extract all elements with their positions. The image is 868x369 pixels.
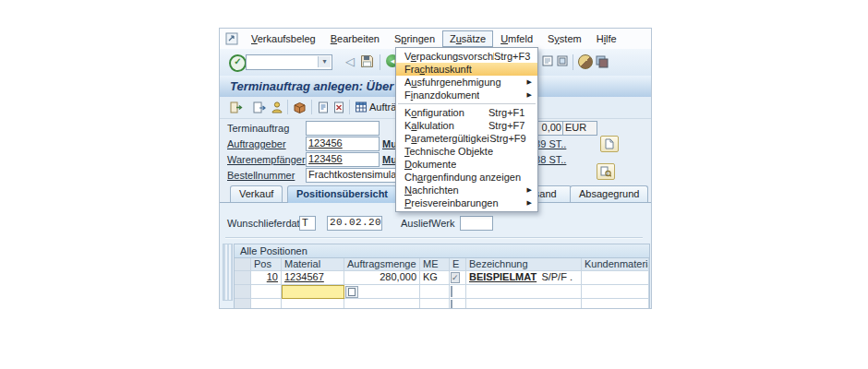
menu-hilfe[interactable]: Hilfe [589,30,624,47]
menu-item-konfiguration[interactable]: Konfiguration Strg+F1 [396,106,537,119]
layout-icon[interactable] [595,54,609,68]
ausliefwerk-label: AusliefWerk [401,218,454,229]
wunschlieferdat-type-field[interactable]: T [299,216,316,231]
chevron-down-icon[interactable]: ▾ [318,56,331,67]
tab-content: Wunschlieferdat T 20.02.2014 AusliefWerk… [220,202,651,309]
cell-material[interactable]: 1234567 [282,271,344,285]
wunschlieferdat-date-field[interactable]: 20.02.2014 [327,216,382,231]
person-icon[interactable] [271,101,283,114]
shortcut: Strg+F1 [488,107,532,118]
cell-bezeichnung[interactable] [466,285,582,299]
enter-icon[interactable]: ✓ [229,54,247,72]
col-pos[interactable]: Pos [251,258,282,271]
tab-verkauf[interactable]: Verkauf [230,185,283,202]
col-kundenmaterial[interactable]: Kundenmaterialnum [582,258,649,271]
cell-material[interactable] [282,299,344,309]
col-bezeichnung[interactable]: Bezeichnung [466,258,582,271]
menu-item-kalkulation[interactable]: Kalkulation Strg+F7 [396,119,537,132]
positions-title: Alle Positionen [235,244,649,258]
menu-item-finanzdokument[interactable]: Finanzdokument ▶ [396,89,537,101]
orders-grid-icon[interactable] [355,101,368,113]
cell-menge[interactable] [344,299,420,309]
cell-kundenmaterial[interactable] [582,271,649,285]
toolbar-separator [311,100,312,114]
cell-menge[interactable] [344,285,420,299]
col-auftragsmenge[interactable]: Auftragsmenge [344,258,420,271]
print-icon[interactable] [541,54,554,67]
cell-bezeichnung[interactable] [466,299,582,309]
menu-item-preisvereinbarungen[interactable]: Preisvereinbarungen ▶ [396,196,537,209]
positions-section: Alle Positionen Pos Material Auftragsmen… [234,244,650,309]
create-document-icon[interactable] [600,136,619,152]
menu-item-verpackungsvorschlag[interactable]: Verpackungsvorschlag Strg+F3 [396,50,537,63]
help-icon[interactable] [578,54,593,69]
find-icon[interactable] [556,54,569,67]
cell-kundenmaterial[interactable] [582,285,649,299]
cell-pos[interactable]: 10 [251,271,282,285]
doc-blue-icon[interactable] [317,101,330,114]
col-material[interactable]: Material [282,258,344,271]
tab-absagegrund[interactable]: Absagegrund [570,185,648,202]
col-e[interactable]: E [450,258,466,271]
cell-bezeichnung[interactable]: BEISPIELMATS/P/F . [466,271,582,285]
menu-item-technische-objekte[interactable]: Technische Objekte [396,145,537,158]
menu-springen[interactable]: Springen [387,30,442,47]
cell-me[interactable] [420,285,450,299]
row-selector[interactable] [235,271,251,285]
row-selector[interactable] [235,285,251,299]
cell-button-icon[interactable] [345,286,358,298]
shortcut: Strg+F7 [488,120,532,131]
checkbox-checked[interactable]: ✓ [451,272,460,283]
system-menu-icon[interactable] [225,32,238,45]
checkbox-unchecked[interactable] [451,300,452,309]
terminauftrag-field[interactable] [306,121,380,136]
shortcut: Strg+F3 [494,51,532,62]
cell-pos[interactable] [251,299,282,309]
splitter-handle[interactable] [223,244,233,301]
menu-item-parameterguiltigkeit[interactable]: Parametergültigkeit Strg+F9 [396,132,537,145]
ausliefwerk-field[interactable] [460,216,493,231]
row-selector-header[interactable] [235,258,251,271]
toolbar-separator [287,100,288,114]
menu-zusaetze[interactable]: Zusätze [442,30,493,47]
checkbox-unchecked[interactable] [451,286,452,297]
menu-system[interactable]: System [540,30,589,47]
cell-e [450,285,466,299]
cell-material-focused[interactable] [282,285,344,299]
warenempfaenger-field[interactable]: 123456 [306,152,380,167]
cell-me[interactable]: KG [420,271,450,285]
cell-me[interactable] [420,299,450,309]
toolbar-separator [349,100,350,114]
back-icon[interactable]: ◁ [345,54,355,68]
shortcut: Strg+F9 [489,133,532,144]
auftraggeber-field[interactable]: 123456 [306,137,380,151]
menu-umfeld[interactable]: Umfeld [493,30,540,47]
zusaetze-dropdown-menu: Verpackungsvorschlag Strg+F3 Frachtausku… [395,47,538,212]
menu-item-frachtauskunft[interactable]: Frachtauskunft [396,63,537,76]
menu-item-dokumente[interactable]: Dokumente [396,158,537,171]
command-input[interactable]: ▾ [246,54,332,70]
document-flow-icon[interactable] [597,163,615,180]
col-me[interactable]: ME [420,258,450,271]
doc-reject-icon[interactable] [332,101,345,114]
save-icon[interactable] [360,54,374,68]
exit-door-icon[interactable] [229,101,244,114]
cell-pos[interactable] [251,285,282,299]
cell-e: ✓ [450,271,466,285]
menu-item-ausfuhrgenehmigung[interactable]: Ausfuhrgenehmigung ▶ [396,76,537,89]
menu-item-nachrichten[interactable]: Nachrichten ▶ [396,184,537,196]
submenu-arrow-icon: ▶ [527,199,532,207]
menu-bearbeiten[interactable]: Bearbeiten [323,30,387,47]
submenu-arrow-icon: ▶ [527,78,532,86]
package-icon[interactable] [293,101,307,114]
menu-verkaufsbeleg[interactable]: Verkaufsbeleg [244,30,323,47]
other-order-icon[interactable] [252,101,267,114]
warenempfaenger-label: Warenempfänger [227,154,306,165]
cell-kundenmaterial[interactable] [582,299,649,309]
tab-positionsuebersicht[interactable]: Positionsübersicht [287,185,397,203]
menu-item-chargenfindung[interactable]: Chargenfindung anzeigen [396,171,537,184]
toolbar-separator [573,54,573,70]
auftraggeber-label: Auftraggeber [227,138,286,149]
cell-menge[interactable]: 280,000 [344,271,420,285]
row-selector[interactable] [235,299,251,309]
